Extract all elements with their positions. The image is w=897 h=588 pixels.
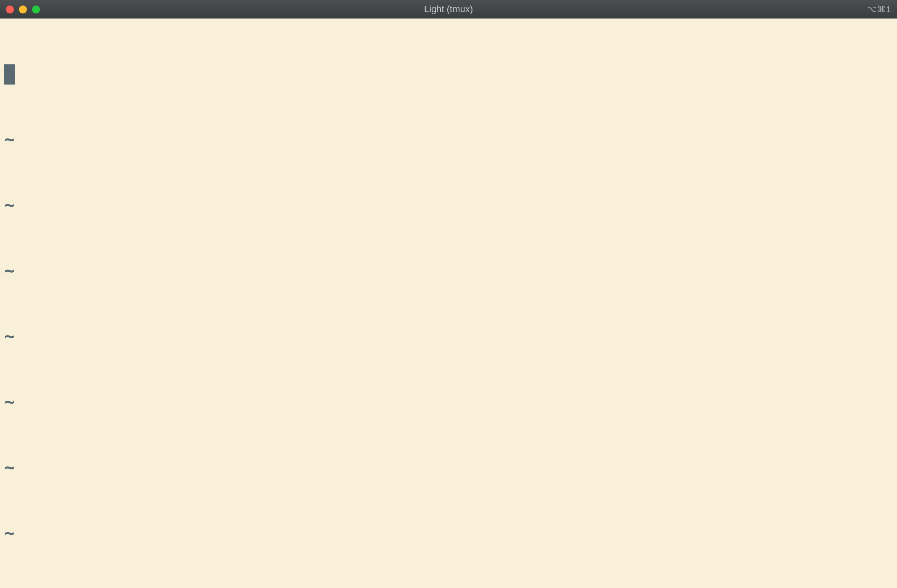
cursor bbox=[4, 64, 15, 85]
tilde-icon: ~ bbox=[4, 391, 15, 413]
terminal-window: Light (tmux) ⌥⌘1 ~ ~ ~ ~ ~ ~ ~ ~ ~ ~ ~ ~… bbox=[0, 0, 897, 588]
vim-buffer[interactable]: ~ ~ ~ ~ ~ ~ ~ ~ ~ ~ ~ ~ ~ ~ ~ ~ ~ ~ ~ ~ … bbox=[0, 19, 897, 588]
window-title: Light (tmux) bbox=[424, 4, 473, 15]
terminal-viewport[interactable]: ~ ~ ~ ~ ~ ~ ~ ~ ~ ~ ~ ~ ~ ~ ~ ~ ~ ~ ~ ~ … bbox=[0, 19, 897, 588]
tilde-icon: ~ bbox=[4, 129, 15, 151]
buffer-empty-line: ~ bbox=[4, 194, 893, 216]
window-controls bbox=[6, 5, 40, 13]
tilde-icon: ~ bbox=[4, 194, 15, 216]
buffer-empty-line: ~ bbox=[4, 457, 893, 479]
window-shortcut-indicator: ⌥⌘1 bbox=[867, 4, 891, 14]
buffer-line-current[interactable] bbox=[4, 63, 893, 85]
tilde-icon: ~ bbox=[4, 522, 15, 544]
buffer-empty-line: ~ bbox=[4, 129, 893, 151]
minimize-button[interactable] bbox=[19, 5, 27, 13]
tilde-icon: ~ bbox=[4, 457, 15, 479]
buffer-empty-line: ~ bbox=[4, 326, 893, 347]
tilde-icon: ~ bbox=[4, 326, 15, 347]
buffer-empty-line: ~ bbox=[4, 522, 893, 544]
buffer-empty-line: ~ bbox=[4, 391, 893, 413]
close-button[interactable] bbox=[6, 5, 14, 13]
buffer-empty-line: ~ bbox=[4, 260, 893, 282]
titlebar: Light (tmux) ⌥⌘1 bbox=[0, 0, 897, 19]
zoom-button[interactable] bbox=[32, 5, 40, 13]
tilde-icon: ~ bbox=[4, 260, 15, 282]
